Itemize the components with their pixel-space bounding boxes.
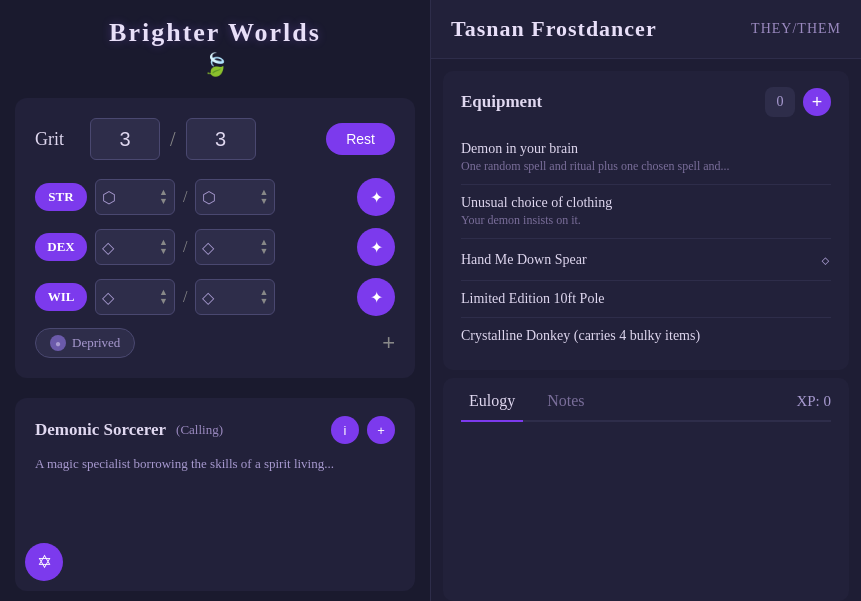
- deprived-badge[interactable]: ● Deprived: [35, 328, 135, 358]
- tab-notes[interactable]: Notes: [539, 392, 592, 422]
- calling-info-button[interactable]: i: [331, 416, 359, 444]
- stat-row-str: STR ⬡ ▲▼ / ⬡ ▲▼ ✦: [35, 178, 395, 216]
- grit-row: Grit / Rest: [35, 118, 395, 160]
- item-name-demon-brain: Demon in your brain: [461, 141, 831, 157]
- character-header: Tasnan Frostdancer THEY/THEM: [431, 0, 861, 59]
- shield-badge: 0: [765, 87, 795, 117]
- grit-max-input[interactable]: [186, 118, 256, 160]
- equipment-add-button[interactable]: +: [803, 88, 831, 116]
- dex-label: DEX: [35, 233, 87, 261]
- str-die1[interactable]: ⬡ ▲▼: [95, 179, 175, 215]
- tabs-header: Eulogy Notes XP: 0: [461, 392, 831, 422]
- xp-label: XP:: [796, 393, 819, 409]
- deprived-icon: ●: [50, 335, 66, 351]
- wil-label: WIL: [35, 283, 87, 311]
- equipment-item-clothing[interactable]: Unusual choice of clothing Your demon in…: [461, 185, 831, 239]
- equipment-item-spear[interactable]: Hand Me Down Spear ⬦: [461, 239, 831, 281]
- bottom-tabs: Eulogy Notes XP: 0: [443, 378, 849, 601]
- equipment-item-pole[interactable]: Limited Edition 10ft Pole: [461, 281, 831, 318]
- str-die2-icon: ⬡: [202, 188, 216, 207]
- spear-row: Hand Me Down Spear ⬦: [461, 249, 831, 270]
- wil-action-button[interactable]: ✦: [357, 278, 395, 316]
- wil-slash: /: [183, 288, 187, 306]
- dex-die2[interactable]: ◇ ▲▼: [195, 229, 275, 265]
- str-die1-icon: ⬡: [102, 188, 116, 207]
- calling-actions: i +: [331, 416, 395, 444]
- item-desc-clothing: Your demon insists on it.: [461, 213, 831, 228]
- equipment-section: Equipment 0 + Demon in your brain One ra…: [443, 71, 849, 370]
- calling-card: Demonic Sorcerer (Calling) i + A magic s…: [15, 398, 415, 591]
- dex-slash: /: [183, 238, 187, 256]
- str-slash: /: [183, 188, 187, 206]
- deprived-label: Deprived: [72, 335, 120, 351]
- wil-die1-icon: ◇: [102, 288, 114, 307]
- dex-die1-arrows[interactable]: ▲▼: [159, 238, 168, 256]
- character-pronouns: THEY/THEM: [751, 21, 841, 37]
- tab-eulogy[interactable]: Eulogy: [461, 392, 523, 422]
- str-die2[interactable]: ⬡ ▲▼: [195, 179, 275, 215]
- str-label: STR: [35, 183, 87, 211]
- xp-display: XP: 0: [796, 393, 831, 420]
- equipment-title: Equipment: [461, 92, 542, 112]
- diamond-icon: ⬦: [820, 249, 831, 270]
- str-die1-arrows[interactable]: ▲▼: [159, 188, 168, 206]
- xp-value: 0: [824, 393, 832, 409]
- str-action-button[interactable]: ✦: [357, 178, 395, 216]
- wil-die1[interactable]: ◇ ▲▼: [95, 279, 175, 315]
- stats-card: Grit / Rest STR ⬡ ▲▼ / ⬡ ▲▼ ✦: [15, 98, 415, 378]
- wil-die2-arrows[interactable]: ▲▼: [260, 288, 269, 306]
- dex-die2-arrows[interactable]: ▲▼: [260, 238, 269, 256]
- item-name-donkey: Crystalline Donkey (carries 4 bulky item…: [461, 328, 831, 344]
- equipment-item-demon-brain[interactable]: Demon in your brain One random spell and…: [461, 131, 831, 185]
- wil-die2-icon: ◇: [202, 288, 214, 307]
- deprived-row: ● Deprived +: [35, 328, 395, 358]
- item-name-pole: Limited Edition 10ft Pole: [461, 291, 831, 307]
- grit-slash: /: [170, 128, 176, 151]
- calling-header: Demonic Sorcerer (Calling) i +: [35, 416, 395, 444]
- pentacle-icon: ✡: [25, 543, 63, 581]
- str-die2-arrows[interactable]: ▲▼: [260, 188, 269, 206]
- left-panel: Brighter Worlds 🍃 Grit / Rest STR ⬡ ▲▼ /: [0, 0, 430, 601]
- dex-die1-icon: ◇: [102, 238, 114, 257]
- calling-description: A magic specialist borrowing the skills …: [35, 454, 395, 474]
- item-name-clothing: Unusual choice of clothing: [461, 195, 831, 211]
- logo-section: Brighter Worlds 🍃: [0, 0, 430, 88]
- dex-action-button[interactable]: ✦: [357, 228, 395, 266]
- grit-current-input[interactable]: [90, 118, 160, 160]
- app-title: Brighter Worlds: [20, 18, 410, 48]
- calling-title: Demonic Sorcerer: [35, 420, 166, 440]
- item-name-spear: Hand Me Down Spear: [461, 252, 587, 268]
- logo-leaf-icon: 🍃: [202, 52, 229, 78]
- item-desc-demon-brain: One random spell and ritual plus one cho…: [461, 159, 831, 174]
- shield-value: 0: [777, 94, 784, 110]
- equipment-header: Equipment 0 +: [461, 87, 831, 117]
- rest-button[interactable]: Rest: [326, 123, 395, 155]
- character-name: Tasnan Frostdancer: [451, 16, 657, 42]
- dex-die2-icon: ◇: [202, 238, 214, 257]
- calling-label-tag: (Calling): [176, 422, 223, 438]
- right-panel: Tasnan Frostdancer THEY/THEM Equipment 0…: [430, 0, 861, 601]
- wil-die1-arrows[interactable]: ▲▼: [159, 288, 168, 306]
- stat-row-wil: WIL ◇ ▲▼ / ◇ ▲▼ ✦: [35, 278, 395, 316]
- wil-die2[interactable]: ◇ ▲▼: [195, 279, 275, 315]
- grit-label: Grit: [35, 129, 80, 150]
- calling-add-button[interactable]: +: [367, 416, 395, 444]
- add-status-button[interactable]: +: [382, 330, 395, 356]
- dex-die1[interactable]: ◇ ▲▼: [95, 229, 175, 265]
- stat-row-dex: DEX ◇ ▲▼ / ◇ ▲▼ ✦: [35, 228, 395, 266]
- equipment-item-donkey[interactable]: Crystalline Donkey (carries 4 bulky item…: [461, 318, 831, 354]
